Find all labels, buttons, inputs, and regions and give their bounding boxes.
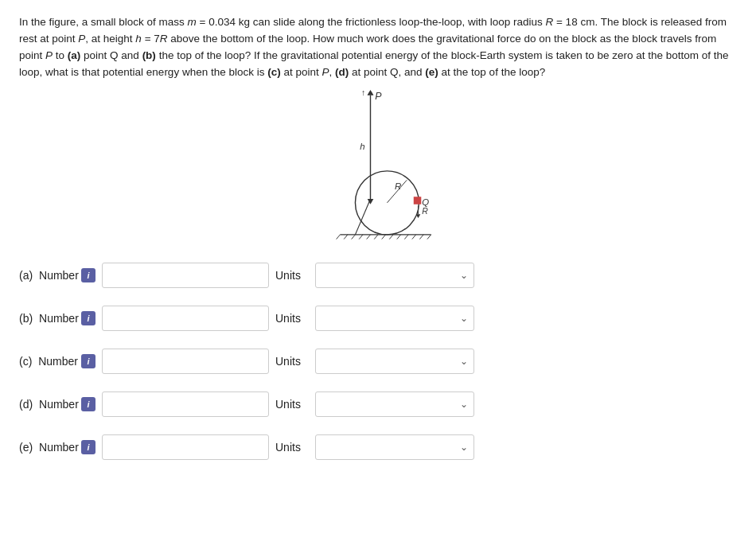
number-input-e[interactable] <box>102 434 269 460</box>
answer-row-b: (b) Number i Units J kJ N m kg ⌄ <box>19 306 737 331</box>
units-label-a: Units <box>275 269 309 282</box>
units-label-c: Units <box>275 355 309 368</box>
label-c: (c) Number <box>19 355 75 368</box>
svg-marker-28 <box>368 91 374 95</box>
svg-rect-8 <box>414 197 422 204</box>
label-e: (e) Number <box>19 441 75 454</box>
units-label-b: Units <box>275 312 309 325</box>
figure-area: P h R Q R ↑ <box>19 89 737 248</box>
svg-line-24 <box>412 235 416 240</box>
svg-text:P: P <box>375 91 382 102</box>
svg-line-22 <box>397 235 401 240</box>
number-input-a[interactable] <box>102 263 269 288</box>
info-badge-e[interactable]: i <box>81 440 95 454</box>
svg-line-27 <box>355 199 370 235</box>
answer-row-d: (d) Number i Units J kJ N m kg ⌄ <box>19 391 737 417</box>
units-label-d: Units <box>275 398 309 411</box>
number-input-c[interactable] <box>102 349 269 374</box>
svg-line-25 <box>419 235 423 240</box>
units-select-wrapper-d[interactable]: J kJ N m kg ⌄ <box>315 391 474 417</box>
units-select-a[interactable]: J kJ N m kg <box>315 263 474 288</box>
number-input-b[interactable] <box>102 306 269 331</box>
answer-row-c: (c) Number i Units J kJ N m kg ⌄ <box>19 349 737 374</box>
svg-text:Q: Q <box>422 197 429 206</box>
label-b: (b) Number <box>19 312 75 325</box>
number-input-d[interactable] <box>102 391 269 417</box>
answer-row-e: (e) Number i Units J kJ N m kg ⌄ <box>19 434 737 460</box>
answer-row-a: (a) Number i Units J kJ N m kg ⌄ <box>19 263 737 288</box>
answers-section: (a) Number i Units J kJ N m kg ⌄ (b) Num… <box>19 263 737 460</box>
svg-line-16 <box>352 235 356 240</box>
units-select-c[interactable]: J kJ N m kg <box>315 349 474 374</box>
info-badge-c[interactable]: i <box>81 354 95 368</box>
svg-line-18 <box>367 235 371 240</box>
svg-line-26 <box>427 235 431 240</box>
problem-text: In the figure, a small block of mass m =… <box>19 14 737 81</box>
units-select-wrapper-b[interactable]: J kJ N m kg ⌄ <box>315 306 474 331</box>
svg-text:R: R <box>422 207 428 216</box>
svg-text:h: h <box>360 142 364 151</box>
info-badge-b[interactable]: i <box>81 311 95 325</box>
svg-line-21 <box>389 235 393 240</box>
units-select-wrapper-e[interactable]: J kJ N m kg ⌄ <box>315 434 474 460</box>
svg-line-17 <box>359 235 363 240</box>
label-a: (a) Number <box>19 269 75 282</box>
figure-diagram: P h R Q R ↑ <box>290 89 466 248</box>
units-select-wrapper-a[interactable]: J kJ N m kg ⌄ <box>315 263 474 288</box>
info-badge-a[interactable]: i <box>81 268 95 282</box>
svg-text:↑: ↑ <box>361 89 365 97</box>
info-badge-d[interactable]: i <box>81 397 95 411</box>
svg-line-15 <box>344 235 348 240</box>
units-select-d[interactable]: J kJ N m kg <box>315 391 474 417</box>
svg-line-14 <box>337 235 341 240</box>
units-label-e: Units <box>275 441 309 454</box>
svg-line-23 <box>404 235 408 240</box>
units-select-b[interactable]: J kJ N m kg <box>315 306 474 331</box>
units-select-e[interactable]: J kJ N m kg <box>315 434 474 460</box>
label-d: (d) Number <box>19 398 75 411</box>
svg-line-19 <box>374 235 378 240</box>
svg-line-20 <box>382 235 386 240</box>
svg-text:R: R <box>395 181 401 190</box>
units-select-wrapper-c[interactable]: J kJ N m kg ⌄ <box>315 349 474 374</box>
